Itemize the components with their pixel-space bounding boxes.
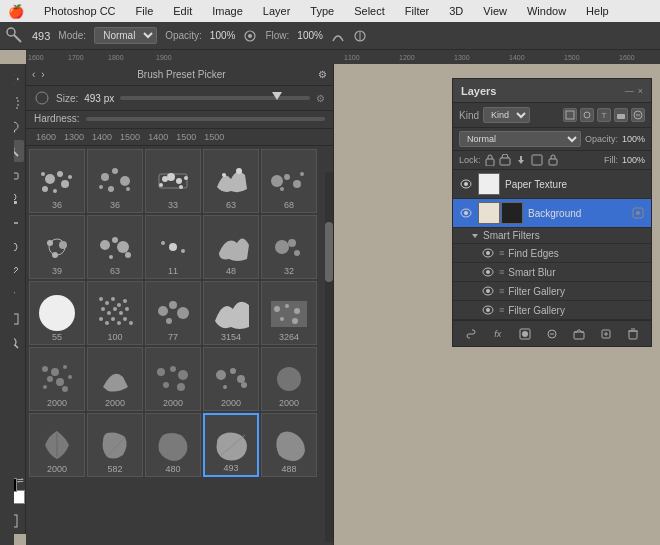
brush-item-3[interactable]: 63 bbox=[203, 149, 259, 213]
brush-scrollbar[interactable] bbox=[325, 172, 333, 542]
lock-image-icon[interactable] bbox=[499, 154, 511, 166]
svg-point-116 bbox=[241, 382, 247, 388]
menu-photoshop[interactable]: Photoshop CC bbox=[40, 5, 120, 17]
brush-size-17: 2000 bbox=[146, 398, 200, 408]
brush-item-4[interactable]: 68 bbox=[261, 149, 317, 213]
lock-artboard-icon[interactable] bbox=[531, 154, 543, 166]
menu-edit[interactable]: Edit bbox=[169, 5, 196, 17]
svg-point-107 bbox=[157, 368, 165, 376]
brush-preview-22 bbox=[151, 423, 195, 467]
brush-item-2[interactable]: 33 bbox=[145, 149, 201, 213]
fill-value[interactable]: 100% bbox=[622, 155, 645, 165]
layer-background[interactable]: Background bbox=[453, 199, 651, 228]
forward-arrow-icon[interactable]: › bbox=[41, 69, 44, 80]
layer-paper-texture[interactable]: Paper Texture bbox=[453, 170, 651, 199]
symmetry-icon[interactable] bbox=[353, 29, 367, 43]
menu-view[interactable]: View bbox=[479, 5, 511, 17]
brush-item-6[interactable]: 63 bbox=[87, 215, 143, 279]
brush-item-24[interactable]: 488 bbox=[261, 413, 317, 477]
new-group-btn[interactable] bbox=[570, 325, 588, 343]
brush-item-8[interactable]: 48 bbox=[203, 215, 259, 279]
visibility-smart-blur[interactable] bbox=[481, 265, 495, 279]
smart-filter-smart-blur[interactable]: ≡ Smart Blur bbox=[453, 263, 651, 282]
panel-gear-icon[interactable]: ⚙ bbox=[316, 93, 325, 104]
svg-point-101 bbox=[63, 365, 67, 369]
swap-colors-icon[interactable]: ⇌ bbox=[17, 476, 24, 485]
menu-layer[interactable]: Layer bbox=[259, 5, 295, 17]
size-slider[interactable] bbox=[120, 96, 310, 100]
lock-transparent-icon[interactable] bbox=[485, 154, 495, 166]
minimize-icon[interactable]: — bbox=[625, 86, 634, 96]
svg-point-80 bbox=[113, 307, 117, 311]
smart-blur-icon: ≡ bbox=[499, 267, 504, 277]
hardness-slider[interactable] bbox=[86, 117, 325, 121]
lock-position-icon[interactable] bbox=[515, 154, 527, 166]
smart-filter-gallery-2[interactable]: ≡ Filter Gallery bbox=[453, 301, 651, 320]
opacity-value[interactable]: 100% bbox=[210, 30, 236, 41]
visibility-paper-texture[interactable] bbox=[459, 177, 473, 191]
menu-type[interactable]: Type bbox=[306, 5, 338, 17]
visibility-filter-gallery-2[interactable] bbox=[481, 303, 495, 317]
link-layers-btn[interactable] bbox=[462, 325, 480, 343]
brush-scrollbar-thumb[interactable] bbox=[325, 222, 333, 282]
size-value-display[interactable]: 493 px bbox=[84, 93, 114, 104]
delete-layer-btn[interactable] bbox=[624, 325, 642, 343]
shape-filter-icon[interactable] bbox=[614, 108, 628, 122]
brush-item-12[interactable]: 77 bbox=[145, 281, 201, 345]
new-layer-btn[interactable] bbox=[597, 325, 615, 343]
adjustment-filter-icon[interactable] bbox=[580, 108, 594, 122]
brush-item-9[interactable]: 32 bbox=[261, 215, 317, 279]
panel-settings-icon[interactable]: ⚙ bbox=[318, 69, 327, 80]
blend-mode-dropdown[interactable]: Normal bbox=[459, 131, 581, 147]
flow-value[interactable]: 100% bbox=[297, 30, 323, 41]
new-adjustment-btn[interactable] bbox=[543, 325, 561, 343]
menu-window[interactable]: Window bbox=[523, 5, 570, 17]
airbrush-icon[interactable] bbox=[243, 29, 257, 43]
back-arrow-icon[interactable]: ‹ bbox=[32, 69, 35, 80]
opacity-value[interactable]: 100% bbox=[622, 134, 645, 144]
kind-dropdown[interactable]: Kind bbox=[483, 107, 530, 123]
brush-item-11[interactable]: 100 bbox=[87, 281, 143, 345]
menu-help[interactable]: Help bbox=[582, 5, 613, 17]
svg-rect-123 bbox=[617, 114, 625, 119]
brush-item-19[interactable]: 2000 bbox=[261, 347, 317, 411]
apple-menu[interactable]: 🍎 bbox=[8, 4, 24, 19]
brush-item-21[interactable]: 582 bbox=[87, 413, 143, 477]
mode-dropdown[interactable]: Normal bbox=[94, 27, 157, 44]
brush-item-10[interactable]: 55 bbox=[29, 281, 85, 345]
smoothing-icon[interactable] bbox=[331, 29, 345, 43]
lock-all-icon[interactable] bbox=[547, 154, 559, 166]
menu-file[interactable]: File bbox=[132, 5, 158, 17]
brush-item-1[interactable]: 36 bbox=[87, 149, 143, 213]
smart-filter-icon[interactable] bbox=[631, 108, 645, 122]
pixel-filter-icon[interactable] bbox=[563, 108, 577, 122]
panel-close-icon[interactable]: × bbox=[638, 86, 643, 96]
type-filter-icon[interactable]: T bbox=[597, 108, 611, 122]
smart-filter-gallery-1[interactable]: ≡ Filter Gallery bbox=[453, 282, 651, 301]
brush-item-20[interactable]: 2000 bbox=[29, 413, 85, 477]
brush-item-23[interactable]: 493 bbox=[203, 413, 259, 477]
visibility-find-edges[interactable] bbox=[481, 246, 495, 260]
brush-item-18[interactable]: 2000 bbox=[203, 347, 259, 411]
brush-item-7[interactable]: 11 bbox=[145, 215, 201, 279]
visibility-filter-gallery-1[interactable] bbox=[481, 284, 495, 298]
brush-item-5[interactable]: 39 bbox=[29, 215, 85, 279]
visibility-background[interactable] bbox=[459, 206, 473, 220]
brush-item-15[interactable]: 2000 bbox=[29, 347, 85, 411]
brush-item-22[interactable]: 480 bbox=[145, 413, 201, 477]
brush-item-14[interactable]: 3264 bbox=[261, 281, 317, 345]
menu-filter[interactable]: Filter bbox=[401, 5, 433, 17]
menu-image[interactable]: Image bbox=[208, 5, 247, 17]
brush-item-13[interactable]: 3154 bbox=[203, 281, 259, 345]
smart-filter-find-edges[interactable]: ≡ Find Edges bbox=[453, 244, 651, 263]
add-mask-btn[interactable] bbox=[516, 325, 534, 343]
svg-point-40 bbox=[120, 176, 130, 186]
opacity-label: Opacity: bbox=[165, 30, 202, 41]
menu-3d[interactable]: 3D bbox=[445, 5, 467, 17]
menu-select[interactable]: Select bbox=[350, 5, 389, 17]
brush-item-16[interactable]: 2000 bbox=[87, 347, 143, 411]
fx-btn[interactable]: fx bbox=[489, 325, 507, 343]
brush-item-17[interactable]: 2000 bbox=[145, 347, 201, 411]
brush-item-0[interactable]: 36 bbox=[29, 149, 85, 213]
smart-filters-expand-icon[interactable] bbox=[471, 232, 479, 240]
